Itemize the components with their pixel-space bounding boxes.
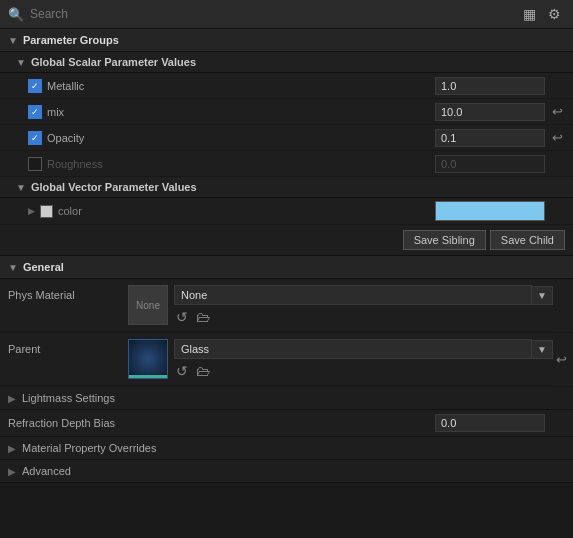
opacity-input[interactable]	[435, 129, 545, 147]
chevron-down-icon: ▼	[16, 182, 26, 193]
parent-use-selected-button[interactable]: 🗁	[194, 363, 212, 379]
param-row-roughness: Roughness	[0, 151, 573, 177]
lightmass-chevron-icon: ▶	[8, 393, 16, 404]
parent-browse-button[interactable]: ↺	[174, 363, 190, 379]
metallic-input[interactable]	[435, 77, 545, 95]
parent-label: Parent	[8, 339, 128, 355]
mini-chevron-icon: ▶	[28, 206, 35, 216]
parent-thumbnail	[128, 339, 168, 379]
parameter-groups-header[interactable]: ▼ Parameter Groups	[0, 29, 573, 52]
phys-material-dropdown-control: None ▼ ↺ 🗁	[174, 285, 553, 325]
phys-material-icon-row: ↺ 🗁	[174, 309, 553, 325]
global-scalar-header[interactable]: ▼ Global Scalar Parameter Values	[0, 52, 573, 73]
save-row: Save Sibling Save Child	[0, 225, 573, 256]
mix-actions: ↩	[545, 104, 565, 119]
parent-control: Glass ▼ ↺ 🗁	[128, 339, 553, 379]
parent-thumbnail-bar	[129, 375, 167, 378]
lightmass-settings-row[interactable]: ▶ Lightmass Settings	[0, 387, 573, 410]
settings-icon: ⚙	[548, 6, 561, 22]
grid-icon: ▦	[523, 6, 536, 22]
grid-view-button[interactable]: ▦	[519, 4, 540, 24]
refraction-depth-bias-input-wrap	[435, 414, 545, 432]
param-row-opacity: Opacity ↩	[0, 125, 573, 151]
phys-material-control: None None ▼ ↺ 🗁	[128, 285, 553, 325]
color-swatch[interactable]	[435, 201, 545, 221]
opacity-name: Opacity	[47, 132, 84, 144]
parent-dropdown-arrow: ▼	[532, 340, 553, 359]
color-mini-swatch	[40, 205, 53, 218]
general-header[interactable]: ▼ General	[0, 256, 573, 279]
opacity-value	[435, 129, 545, 147]
roughness-checkbox[interactable]	[28, 157, 42, 171]
advanced-chevron-icon: ▶	[8, 466, 16, 477]
opacity-reset-button[interactable]: ↩	[550, 130, 565, 145]
param-row-mix: mix ↩	[0, 99, 573, 125]
metallic-name: Metallic	[47, 80, 84, 92]
mix-input[interactable]	[435, 103, 545, 121]
search-input[interactable]	[30, 7, 513, 21]
parent-thumbnail-inner	[129, 340, 167, 378]
phys-material-spacer	[553, 279, 573, 332]
roughness-value	[435, 155, 545, 173]
phys-material-label: Phys Material	[8, 285, 128, 301]
parent-row: Parent Glass ▼ ↺ 🗁	[0, 333, 553, 386]
phys-material-browse-button[interactable]: ↺	[174, 309, 190, 325]
save-child-button[interactable]: Save Child	[490, 230, 565, 250]
advanced-label: Advanced	[22, 465, 71, 477]
material-property-overrides-label: Material Property Overrides	[22, 442, 157, 454]
general-label: General	[23, 261, 64, 273]
param-label-mix: mix	[28, 105, 435, 119]
chevron-down-icon: ▼	[16, 57, 26, 68]
mix-name: mix	[47, 106, 64, 118]
mix-value	[435, 103, 545, 121]
parent-dropdown-control: Glass ▼ ↺ 🗁	[174, 339, 553, 379]
material-property-chevron-icon: ▶	[8, 443, 16, 454]
opacity-actions: ↩	[545, 130, 565, 145]
phys-material-thumbnail: None	[128, 285, 168, 325]
vector-row-color: ▶ color	[0, 198, 573, 225]
global-vector-label: Global Vector Parameter Values	[31, 181, 197, 193]
color-swatch-value[interactable]	[435, 201, 545, 221]
param-label-opacity: Opacity	[28, 131, 435, 145]
param-label-roughness: Roughness	[28, 157, 435, 171]
phys-material-row: Phys Material None None ▼ ↺ 🗁	[0, 279, 553, 332]
content-area: ▼ Parameter Groups ▼ Global Scalar Param…	[0, 29, 573, 535]
param-row-metallic: Metallic	[0, 73, 573, 99]
chevron-down-icon: ▼	[8, 35, 18, 46]
parent-reset-button[interactable]: ↩	[554, 352, 569, 367]
parent-icon-row: ↺ 🗁	[174, 363, 553, 379]
metallic-value	[435, 77, 545, 95]
global-vector-header[interactable]: ▼ Global Vector Parameter Values	[0, 177, 573, 198]
metallic-checkbox[interactable]	[28, 79, 42, 93]
phys-material-thumbnail-text: None	[136, 300, 160, 311]
search-bar: 🔍 ▦ ⚙	[0, 0, 573, 29]
search-icon: 🔍	[8, 7, 24, 22]
chevron-down-icon: ▼	[8, 262, 18, 273]
refraction-depth-bias-input[interactable]	[435, 414, 545, 432]
opacity-checkbox[interactable]	[28, 131, 42, 145]
color-param-name: color	[58, 205, 82, 217]
parameter-groups-label: Parameter Groups	[23, 34, 119, 46]
roughness-name: Roughness	[47, 158, 103, 170]
advanced-row[interactable]: ▶ Advanced	[0, 460, 573, 483]
global-scalar-label: Global Scalar Parameter Values	[31, 56, 196, 68]
mix-reset-button[interactable]: ↩	[550, 104, 565, 119]
lightmass-settings-label: Lightmass Settings	[22, 392, 115, 404]
phys-material-use-selected-button[interactable]: 🗁	[194, 309, 212, 325]
phys-material-select[interactable]: None	[174, 285, 532, 305]
mix-checkbox[interactable]	[28, 105, 42, 119]
color-vector-label: ▶ color	[28, 205, 435, 218]
param-label-metallic: Metallic	[28, 79, 435, 93]
save-sibling-button[interactable]: Save Sibling	[403, 230, 486, 250]
material-property-overrides-row[interactable]: ▶ Material Property Overrides	[0, 437, 573, 460]
phys-material-dropdown-arrow: ▼	[532, 286, 553, 305]
parent-dropdown-row: Glass ▼	[174, 339, 553, 359]
refraction-depth-bias-label: Refraction Depth Bias	[8, 417, 435, 429]
roughness-input[interactable]	[435, 155, 545, 173]
refraction-depth-bias-row: Refraction Depth Bias	[0, 410, 573, 437]
settings-button[interactable]: ⚙	[544, 4, 565, 24]
phys-material-dropdown-row: None ▼	[174, 285, 553, 305]
parent-reset-side: ↩	[553, 333, 573, 386]
parent-select[interactable]: Glass	[174, 339, 532, 359]
